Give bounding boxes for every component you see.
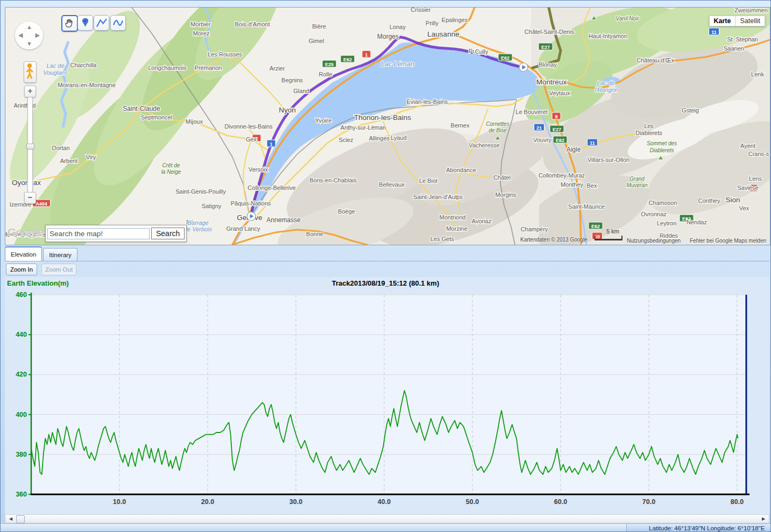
map-label: Cully xyxy=(475,48,489,55)
map-panel[interactable]: E25E62E62E27E27E62E62E62119910A404211111… xyxy=(5,7,770,245)
map-label: Conthey xyxy=(698,197,720,204)
map-label: Leytron xyxy=(657,220,677,226)
map-pin-icon xyxy=(79,16,92,30)
map-label: Gex xyxy=(246,136,257,143)
chart-title: Track2013/08/19_15:12 (80.1 km) xyxy=(1,279,770,287)
chart-toolbar: Zoom In Zoom Out xyxy=(6,264,76,275)
map-label: Zweisimmen xyxy=(734,8,768,13)
map-label: Yvoire xyxy=(315,117,332,124)
zoom-out-map-button[interactable]: − xyxy=(24,192,36,204)
x-tick-label: 30.0 xyxy=(289,498,302,506)
road-badge-label: 21 xyxy=(536,125,542,131)
map-label: Bernex xyxy=(451,122,470,129)
map-type-satellit[interactable]: Satellit xyxy=(735,16,765,26)
road-badge-label: E62 xyxy=(501,55,510,61)
map-label: Évian-les-Bains xyxy=(407,98,448,105)
map-label: la Neige xyxy=(161,169,181,175)
map-label: Morbier xyxy=(190,21,211,27)
map-label: Le Bouveret xyxy=(515,109,547,115)
map-label: Saanen xyxy=(724,45,744,52)
map-label: Lens xyxy=(749,175,762,182)
map-label: Vouglans xyxy=(43,69,68,76)
map-label: de Bise xyxy=(489,127,507,133)
curve-tool-button[interactable] xyxy=(110,15,126,31)
map-label: Nendaz xyxy=(687,219,707,225)
x-tick-label: 70.0 xyxy=(642,498,655,506)
x-tick-label: 60.0 xyxy=(554,498,567,506)
map-label: Bois-d'Amont xyxy=(235,21,270,27)
pan-down-icon[interactable]: ▼ xyxy=(26,41,32,47)
map-type-karte[interactable]: Karte xyxy=(709,16,736,26)
map-label: Les Rousses xyxy=(208,51,242,58)
map-label: Les Gets xyxy=(430,236,455,242)
map-label: Château-d'Œx xyxy=(636,57,674,63)
x-tick-label: 50.0 xyxy=(466,498,479,506)
map-label: Arzier xyxy=(270,65,285,72)
map-type-switch: Karte Satellit xyxy=(709,16,766,26)
app-window: E25E62E62E27E27E62E62E62119910A404211111… xyxy=(0,0,771,532)
scroll-left-icon[interactable]: ◀ xyxy=(6,515,15,522)
search-button[interactable]: Search xyxy=(151,228,185,239)
zoom-in-button[interactable]: Zoom In xyxy=(6,264,37,275)
pan-right-icon[interactable]: ▶ xyxy=(36,32,40,38)
terms-link[interactable]: Nutzungsbedingungen xyxy=(627,238,681,244)
y-tick-label: 420 xyxy=(16,371,27,378)
map-label: l'Hongrin xyxy=(595,87,618,93)
map-label: Saint-Claude xyxy=(123,105,160,112)
y-tick-label: 440 xyxy=(16,331,27,338)
pan-up-icon[interactable]: ▲ xyxy=(26,24,32,30)
elevation-chart[interactable]: 36038040042044046010.020.030.040.050.060… xyxy=(1,291,771,514)
map-pan-control[interactable]: ▲ ▼ ◀ ▶ xyxy=(15,22,43,49)
bottom-tabs: Elevation Itinerary xyxy=(5,247,79,261)
map-label: Mijoux xyxy=(186,118,203,125)
x-tick-label: 80.0 xyxy=(731,498,744,506)
map-label: Lonay xyxy=(390,24,406,30)
map-label: Gland xyxy=(293,88,309,94)
zoom-slider[interactable] xyxy=(27,97,33,193)
map-label: Morges xyxy=(377,33,399,40)
map-label: Arbent xyxy=(60,158,77,164)
polyline-tool-button[interactable] xyxy=(94,15,109,31)
tab-elevation[interactable]: Elevation xyxy=(5,246,42,261)
map-label: Saint-Jean-d'Aulps xyxy=(413,194,463,200)
map-label: Gimel xyxy=(309,38,324,44)
y-tick-label: 400 xyxy=(16,411,27,418)
pegman-control[interactable] xyxy=(24,61,37,83)
tab-itinerary[interactable]: Itinerary xyxy=(43,248,77,261)
road-badge-label: E27 xyxy=(553,127,561,132)
tab-divider xyxy=(5,261,769,261)
map-label: Grand xyxy=(629,176,645,182)
zoom-in-map-button[interactable]: + xyxy=(24,86,36,97)
map-label: Cornettes xyxy=(486,121,509,127)
map-label: Lenk xyxy=(751,71,764,77)
scrollbar-thumb[interactable] xyxy=(16,515,25,523)
map-label: Morez xyxy=(193,30,210,37)
map-label: Pâquis-Nations xyxy=(231,200,271,207)
scroll-right-icon[interactable]: ▶ xyxy=(759,515,768,522)
map-label: Les xyxy=(644,123,654,129)
search-input[interactable] xyxy=(47,228,150,239)
zoom-out-button[interactable]: Zoom Out xyxy=(41,264,76,275)
status-coordinates-section: Latitude: 46°13'49"N Longitude: 6°10'18"… xyxy=(626,524,771,532)
map-label: Abondance xyxy=(446,167,476,173)
report-error-link[interactable]: Fehler bei Google Maps melden xyxy=(690,238,766,244)
road-badge-label: 11 xyxy=(590,140,595,146)
map-label: Villars-sur-Ollon xyxy=(588,157,629,163)
zoom-slider-handle[interactable] xyxy=(26,144,34,150)
road-badge-label: E62 xyxy=(556,138,564,143)
pan-left-icon[interactable]: ◀ xyxy=(18,32,23,38)
y-tick-label: 460 xyxy=(16,291,27,299)
pan-tool-button[interactable] xyxy=(61,15,78,32)
road-badge-label: E62 xyxy=(343,57,352,62)
google-logo: Google xyxy=(8,226,43,239)
map-label: Annemasse xyxy=(266,216,301,224)
horizontal-scrollbar[interactable]: ◀ ▶ xyxy=(5,514,769,523)
map-canvas[interactable]: E25E62E62E27E27E62E62E62119910A404211111… xyxy=(5,8,770,245)
map-label: Gsteig xyxy=(682,107,699,114)
map-label: de Verbois xyxy=(184,226,213,232)
map-label: Diablerets xyxy=(649,147,674,153)
map-label: Bonne xyxy=(306,231,323,237)
road-badge-label: 9 xyxy=(555,114,557,119)
marker-tool-button[interactable] xyxy=(77,15,93,31)
map-label: Montriond xyxy=(440,214,466,221)
